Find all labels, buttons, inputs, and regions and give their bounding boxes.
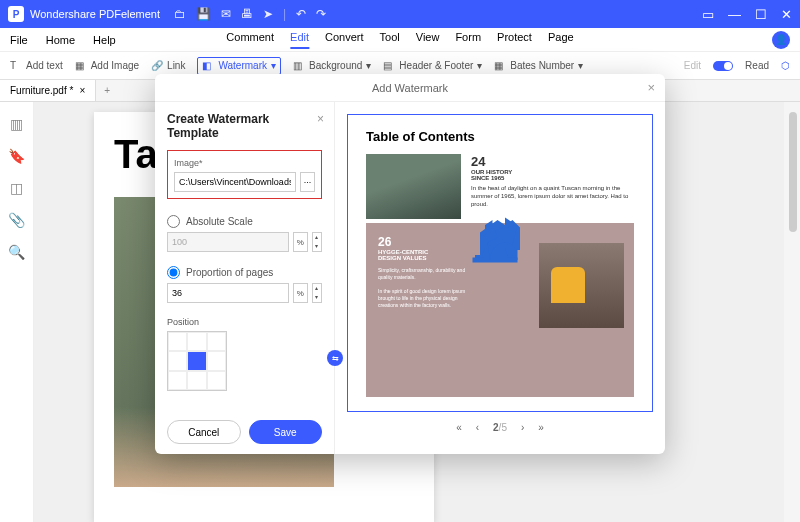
preview-chair-image (539, 243, 624, 328)
layers-icon[interactable]: ◫ (10, 180, 23, 196)
preview-image-1 (366, 154, 461, 219)
folder-icon[interactable]: 🗀 (174, 7, 186, 21)
tab-label: Furniture.pdf * (10, 85, 73, 96)
attachment-icon[interactable]: 📎 (8, 212, 25, 228)
bates-icon: ▦ (494, 60, 506, 72)
pct-unit: % (293, 283, 308, 303)
absolute-scale-radio[interactable] (167, 215, 180, 228)
vertical-scrollbar[interactable] (784, 102, 800, 522)
bates-number-tool[interactable]: ▦Bates Number▾ (494, 60, 583, 72)
next-page-icon[interactable]: › (521, 422, 524, 433)
add-tab-button[interactable]: + (96, 85, 118, 96)
position-label: Position (167, 317, 322, 327)
image-label: Image* (174, 158, 203, 168)
background-tool[interactable]: ▥Background▾ (293, 60, 371, 72)
app-logo: P (8, 6, 24, 22)
menu-convert[interactable]: Convert (325, 31, 364, 49)
edit-read-toggle[interactable] (713, 61, 733, 71)
save-icon[interactable]: 💾 (196, 7, 211, 21)
absolute-scale-label: Absolute Scale (186, 216, 253, 227)
watermark-modal: Add Watermark × × Create Watermark Templ… (155, 74, 665, 454)
panel-collapse-handle[interactable]: ⇆ (327, 350, 343, 366)
titlebar-quick-icons: 🗀 💾 ✉ 🖶 ➤ | ↶ ↷ (174, 7, 326, 21)
share-icon[interactable]: ➤ (263, 7, 273, 21)
chevron-down-icon: ▾ (271, 60, 276, 71)
menu-bar: File Home Help Comment Edit Convert Tool… (0, 28, 800, 52)
window-extra-icon[interactable]: ▭ (702, 7, 714, 22)
edit-mode-label: Edit (684, 60, 701, 71)
watermark-icon: ◧ (202, 60, 214, 72)
close-icon[interactable]: ✕ (781, 7, 792, 22)
bookmark-icon[interactable]: 🔖 (8, 148, 25, 164)
link-icon: 🔗 (151, 60, 163, 72)
user-avatar[interactable]: 👤 (772, 31, 790, 49)
thumbnails-icon[interactable]: ▥ (10, 116, 23, 132)
background-icon: ▥ (293, 60, 305, 72)
mail-icon[interactable]: ✉ (221, 7, 231, 21)
watermark-settings-panel: × Create Watermark Template Image* ··· A… (155, 102, 335, 454)
minimize-icon[interactable]: — (728, 7, 741, 22)
preview-title: Table of Contents (366, 129, 634, 144)
menu-comment[interactable]: Comment (226, 31, 274, 49)
image-field-group: Image* ··· (167, 150, 322, 199)
menu-help[interactable]: Help (93, 34, 116, 46)
add-image-tool[interactable]: ▦Add Image (75, 60, 139, 72)
save-button[interactable]: Save (249, 420, 323, 444)
maximize-icon[interactable]: ☐ (755, 7, 767, 22)
cancel-button[interactable]: Cancel (167, 420, 241, 444)
chevron-down-icon: ▾ (366, 60, 371, 71)
abs-spinner: ▴▾ (312, 232, 322, 252)
watermark-overlay-icon (465, 205, 535, 265)
window-controls: ▭ — ☐ ✕ (702, 7, 792, 22)
header-footer-tool[interactable]: ▤Header & Footer▾ (383, 60, 482, 72)
prop-spinner[interactable]: ▴▾ (312, 283, 322, 303)
redo-icon[interactable]: ↷ (316, 7, 326, 21)
chevron-down-icon: ▾ (477, 60, 482, 71)
modal-close-icon[interactable]: × (647, 80, 655, 95)
prev-page-icon[interactable]: ‹ (476, 422, 479, 433)
gear-icon[interactable]: ⬡ (781, 60, 790, 71)
print-icon[interactable]: 🖶 (241, 7, 253, 21)
read-mode-label: Read (745, 60, 769, 71)
image-icon: ▦ (75, 60, 87, 72)
absolute-scale-input (167, 232, 289, 252)
menu-form[interactable]: Form (455, 31, 481, 49)
text-icon: T (10, 60, 22, 72)
panel-close-icon[interactable]: × (317, 112, 324, 126)
page-indicator: 2/5 (493, 422, 507, 433)
watermark-tool[interactable]: ◧Watermark▾ (197, 57, 281, 75)
pct-unit: % (293, 232, 308, 252)
modal-header: Add Watermark × (155, 74, 665, 102)
link-tool[interactable]: 🔗Link (151, 60, 185, 72)
preview-pager: « ‹ 2/5 › » (347, 412, 653, 442)
first-page-icon[interactable]: « (456, 422, 462, 433)
position-center (187, 351, 206, 370)
browse-button[interactable]: ··· (300, 172, 315, 192)
undo-icon[interactable]: ↶ (296, 7, 306, 21)
menu-file[interactable]: File (10, 34, 28, 46)
tab-close-icon[interactable]: × (79, 85, 85, 96)
panel-title: Create Watermark Template (167, 112, 322, 140)
title-bar: P Wondershare PDFelement 🗀 💾 ✉ 🖶 ➤ | ↶ ↷… (0, 0, 800, 28)
menu-view[interactable]: View (416, 31, 440, 49)
proportion-radio[interactable] (167, 266, 180, 279)
app-title: Wondershare PDFelement (30, 8, 160, 20)
image-path-input[interactable] (174, 172, 296, 192)
menu-page[interactable]: Page (548, 31, 574, 49)
menu-home[interactable]: Home (46, 34, 75, 46)
header-footer-icon: ▤ (383, 60, 395, 72)
position-grid[interactable] (167, 331, 227, 391)
divider-icon: | (283, 7, 286, 21)
left-rail: ▥ 🔖 ◫ 📎 🔍 (0, 102, 34, 522)
proportion-input[interactable] (167, 283, 289, 303)
chevron-down-icon: ▾ (578, 60, 583, 71)
last-page-icon[interactable]: » (538, 422, 544, 433)
document-tab[interactable]: Furniture.pdf * × (0, 80, 96, 101)
preview-page: Table of Contents 24 OUR HISTORYSINCE 19… (347, 114, 653, 412)
search-icon[interactable]: 🔍 (8, 244, 25, 260)
menu-tool[interactable]: Tool (380, 31, 400, 49)
watermark-preview: Table of Contents 24 OUR HISTORYSINCE 19… (335, 102, 665, 454)
menu-protect[interactable]: Protect (497, 31, 532, 49)
menu-edit[interactable]: Edit (290, 31, 309, 49)
add-text-tool[interactable]: TAdd text (10, 60, 63, 72)
